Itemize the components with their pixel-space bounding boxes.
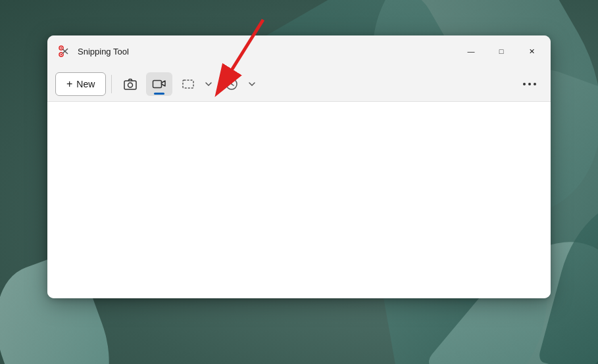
new-button-label: New xyxy=(76,79,95,89)
more-dots-icon xyxy=(522,82,537,86)
window-controls: — □ ✕ xyxy=(456,41,547,62)
camera-icon xyxy=(123,77,137,91)
rectangle-icon xyxy=(181,77,195,91)
snipping-tool-window: Snipping Tool — □ ✕ + New xyxy=(47,35,551,298)
history-group xyxy=(218,72,259,96)
more-options-button[interactable] xyxy=(516,72,543,96)
app-icon xyxy=(58,45,71,58)
chevron-down-icon-2 xyxy=(248,80,256,88)
svg-point-13 xyxy=(523,83,526,85)
window-title: Snipping Tool xyxy=(78,47,129,57)
svg-rect-11 xyxy=(183,80,193,88)
toolbar-separator xyxy=(111,75,112,93)
svg-point-14 xyxy=(528,83,531,85)
svg-point-15 xyxy=(534,83,536,85)
chevron-down-icon xyxy=(205,80,212,88)
svg-rect-10 xyxy=(153,81,162,88)
svg-rect-8 xyxy=(124,81,136,89)
minimize-button[interactable]: — xyxy=(456,41,486,62)
video-icon xyxy=(152,77,166,91)
new-button[interactable]: + New xyxy=(55,72,106,96)
history-dropdown[interactable] xyxy=(245,72,259,96)
new-plus-icon: + xyxy=(66,78,72,90)
maximize-button[interactable]: □ xyxy=(486,41,516,62)
snip-shape-button[interactable] xyxy=(175,72,201,96)
svg-point-9 xyxy=(128,83,133,87)
svg-point-7 xyxy=(61,47,62,49)
toolbar: + New xyxy=(47,67,551,102)
video-mode-button[interactable] xyxy=(146,72,172,96)
close-button[interactable]: ✕ xyxy=(516,41,547,62)
clock-icon xyxy=(224,77,239,91)
history-button[interactable] xyxy=(218,72,245,96)
title-bar-left: Snipping Tool xyxy=(58,45,456,58)
snip-shape-dropdown[interactable] xyxy=(201,72,216,96)
content-area xyxy=(47,102,551,298)
snip-shape-group xyxy=(175,72,216,96)
title-bar: Snipping Tool — □ ✕ xyxy=(47,35,551,67)
svg-point-6 xyxy=(61,54,62,55)
screenshot-mode-button[interactable] xyxy=(117,72,143,96)
